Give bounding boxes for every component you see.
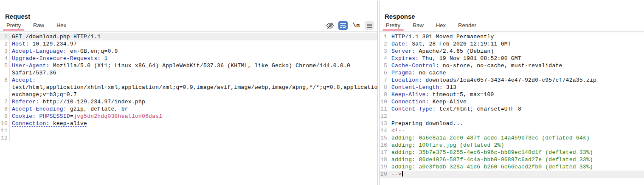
line-number: 6 [0,77,10,98]
line-content: adding: 35b7e375-8255-4ec6-b96c-bb89ec14… [389,149,644,156]
line-number: 4 [380,55,389,62]
code-line: 8Accept-Encoding: gzip, deflate, br [0,105,377,113]
line-content: Server: Apache/2.4.65 (Debian) [389,48,644,55]
line-number: 1 [380,33,389,40]
line-content: adding: 100fire.jpg (deflated 2%) [389,142,644,149]
line-number: 1 [0,33,10,40]
line-content: HTTP/1.1 301 Moved Permanently [389,33,644,40]
request-tabs: PrettyRawHex [6,23,78,31]
tab-render[interactable]: Render [458,21,477,31]
line-content: Preparing download... [389,120,644,127]
code-line: 1HTTP/1.1 301 Moved Permanently [380,33,644,40]
line-number: 5 [0,62,10,77]
newline-icon[interactable]: \n [352,21,361,30]
line-number: 7 [0,98,10,105]
code-line: 9Cookie: PHPSESSID=jvg5dn2hdq038heal1on0… [0,113,377,120]
code-line: 6Accept: text/html,application/xhtml+xml… [0,77,377,98]
line-number: 18 [380,156,389,163]
line-content: Accept: text/html,application/xhtml+xml,… [10,77,377,98]
line-number: 2 [380,40,389,48]
line-number: 19 [380,163,389,171]
line-content: Referer: http://10.129.234.97/index.php [10,98,377,105]
code-line: 7Referer: http://10.129.234.97/index.php [0,98,377,105]
line-content: Pragma: no-cache [389,69,644,77]
line-content: Accept-Encoding: gzip, deflate, br [10,105,377,113]
hide-icon[interactable] [325,21,335,30]
line-content: adding: 0a6e8a1a-2ce0-487f-acdc-14a459b7… [389,134,644,142]
line-number: 9 [0,113,10,120]
line-number: 5 [380,62,389,69]
line-content: Accept-Language: en-GB,en;q=0.9 [10,48,377,55]
code-line: 8Content-Length: 313 [380,84,644,91]
line-number: 11 [0,127,10,134]
code-line: 2Host: 10.129.234.97 [0,40,377,48]
response-tabbar: PrettyRawHexRender [380,20,644,32]
line-number: 3 [0,48,10,55]
tab-pretty[interactable]: Pretty [6,21,21,31]
line-number: 11 [380,105,389,113]
request-tabbar: PrettyRawHex [0,20,377,32]
tab-pretty[interactable]: Pretty [385,21,401,31]
line-number: 13 [380,120,389,127]
code-line: 11 [0,127,377,134]
line-number: 20 [380,171,389,178]
menu-icon[interactable] [365,21,374,30]
line-content: Content-Type: text/html; charset=UTF-8 [389,105,644,113]
tab-raw[interactable]: Raw [33,21,45,31]
code-line: 15adding: 0a6e8a1a-2ce0-487f-acdc-14a459… [380,134,644,142]
word-wrap-icon[interactable] [338,21,348,30]
code-line: 19adding: a0e3fbdb-329a-41d6-b260-6c66ea… [380,163,644,171]
line-content: Location: downloads/1ca4e657-3434-4e47-9… [389,77,644,84]
code-line: 3Accept-Language: en-GB,en;q=0.9 [0,48,377,55]
line-number: 14 [380,127,389,134]
line-number: 15 [380,134,389,142]
line-content: Cookie: PHPSESSID=jvg5dn2hdq038heal1on06… [10,113,377,120]
line-number: 6 [380,69,389,77]
code-line: 3Server: Apache/2.4.65 (Debian) [380,48,644,55]
line-content: Content-Length: 313 [389,84,644,91]
code-line: 7Location: downloads/1ca4e657-3434-4e47-… [380,77,644,84]
line-number: 10 [0,120,10,127]
code-line: 10Connection: Keep-Alive [380,98,644,105]
code-line: 14<!-- [380,127,644,134]
request-editor[interactable]: 1GET /download.php HTTP/1.12Host: 10.129… [0,32,377,185]
request-panel-title: Request [0,1,377,20]
line-content [10,127,377,134]
code-line: 12 [380,113,644,120]
line-content: Connection: keep-alive [10,120,377,127]
code-line: 17adding: 35b7e375-8255-4ec6-b96c-bb89ec… [380,149,644,156]
line-content: Host: 10.129.234.97 [10,40,377,48]
line-content: --> [389,171,644,178]
line-number: 3 [380,48,389,55]
line-content: Date: Sat, 28 Feb 2026 12:19:11 GMT [389,40,644,48]
line-content: adding: 86de4026-587f-4c4a-bbb0-96897c6a… [389,156,644,163]
code-line: 13Preparing download... [380,120,644,127]
response-panel-title: Response [380,1,644,20]
code-line: 6Pragma: no-cache [380,69,644,77]
response-panel: Response PrettyRawHexRender 1HTTP/1.1 30… [380,1,644,185]
text-caret [402,171,403,176]
line-content: User-Agent: Mozilla/5.0 (X11; Linux x86_… [10,62,377,77]
response-editor[interactable]: 1HTTP/1.1 301 Moved Permanently2Date: Sa… [380,32,644,185]
tab-hex[interactable]: Hex [56,21,67,31]
line-content: Cache-Control: no-store, no-cache, must-… [389,62,644,69]
line-number: 7 [380,77,389,84]
line-content: Keep-Alive: timeout=5, max=100 [389,91,644,98]
response-tabs: PrettyRawHexRender [385,23,488,31]
line-number: 12 [380,113,389,120]
line-content: Upgrade-Insecure-Requests: 1 [10,55,377,62]
line-content: adding: a0e3fbdb-329a-41d6-b260-6c66eacd… [389,163,644,171]
tab-hex[interactable]: Hex [436,21,446,31]
newline-icon-label: \n [353,22,360,29]
line-number: 4 [0,55,10,62]
line-number: 8 [380,84,389,91]
code-line: 4Upgrade-Insecure-Requests: 1 [0,55,377,62]
line-content: Connection: Keep-Alive [389,98,644,105]
code-line: 2Date: Sat, 28 Feb 2026 12:19:11 GMT [380,40,644,48]
code-line: 5Cache-Control: no-store, no-cache, must… [380,62,644,69]
code-line: 1GET /download.php HTTP/1.1 [0,33,377,40]
code-line: 4Expires: Thu, 19 Nov 1981 08:52:00 GMT [380,55,644,62]
tab-raw[interactable]: Raw [412,21,424,31]
line-content [10,134,377,142]
line-number: 9 [380,91,389,98]
